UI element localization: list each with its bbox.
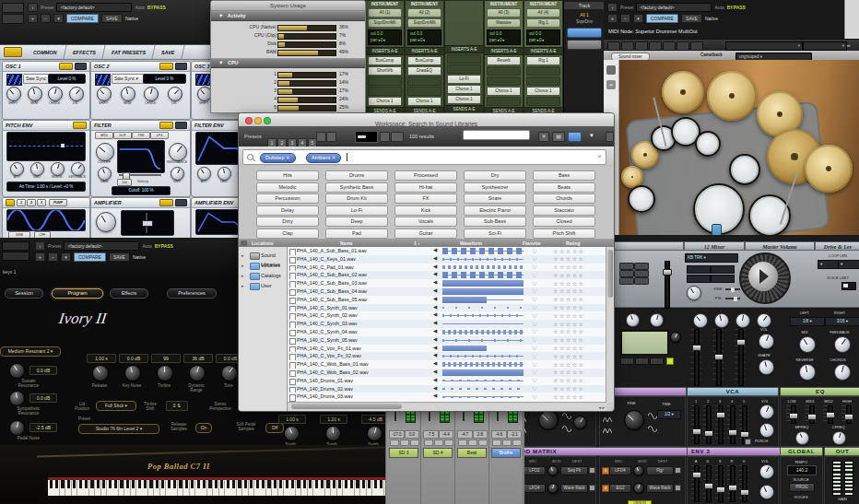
source-button[interactable]: PROG	[789, 483, 815, 492]
category-button[interactable]: Guitar	[394, 229, 457, 239]
preset-dropdown[interactable]: <factory default>	[56, 3, 132, 12]
loop-len-dropdown[interactable]: ▾	[838, 260, 859, 269]
insert-slot[interactable]: Lo-Fi	[447, 75, 481, 84]
waveform-preview[interactable]	[442, 248, 524, 254]
track-name-button[interactable]: Brothe	[491, 448, 521, 458]
ivory-synth-knob[interactable]	[284, 426, 300, 441]
insert-slot[interactable]: Chorus 1	[447, 85, 481, 94]
insert-slot[interactable]: Chorus 1	[526, 87, 560, 96]
rating-stars[interactable]: ☆☆☆☆☆	[553, 312, 584, 319]
rack-row-knob[interactable]	[757, 313, 771, 328]
aux-chip[interactable]	[159, 199, 173, 206]
drum-icon[interactable]	[695, 131, 721, 157]
next-preset-button[interactable]: −	[620, 14, 630, 23]
rating-stars[interactable]: ☆☆☆☆☆	[553, 321, 584, 327]
file-row[interactable]: PHA_140_C_Wob_Bass_01.wav ◀ ♡ ☆☆☆☆☆	[288, 360, 606, 369]
soft-pedal-toggle[interactable]: Off	[265, 423, 284, 433]
prev-preset-button[interactable]: +	[607, 14, 618, 23]
favorite-icon[interactable]: ♡	[532, 328, 536, 334]
lfo-chip[interactable]: 1	[17, 199, 26, 206]
favorite-icon[interactable]: ♡	[532, 287, 536, 294]
toolbar-icon-button[interactable]	[316, 132, 326, 142]
save-button[interactable]: SAVE	[101, 14, 123, 23]
rack-value-knob[interactable]	[687, 286, 701, 300]
category-button[interactable]: Drum Kit	[325, 193, 388, 204]
filter-env-knob[interactable]	[197, 167, 211, 181]
track-group-label[interactable]: All 1	[566, 12, 603, 18]
category-button[interactable]: Pad	[325, 229, 388, 239]
file-row[interactable]: PHA_140_C_Sub_Bass_02.wav ◀ ♡ ☆☆☆☆☆	[288, 271, 606, 279]
synth-tab-fat-presets[interactable]: FAT PRESETS	[102, 45, 155, 59]
drummer-toolbar-button[interactable]	[663, 41, 676, 51]
insert-slot-empty[interactable]	[368, 87, 402, 96]
category-button[interactable]: Drums	[325, 170, 388, 181]
aux-chip[interactable]	[159, 63, 173, 70]
search-input[interactable]	[463, 130, 530, 140]
preset-menu-button[interactable]: ▾	[633, 14, 643, 23]
mute-button[interactable]	[512, 440, 522, 446]
scrollbar-thumb[interactable]	[291, 404, 402, 409]
drummer-toolbar-button[interactable]	[635, 41, 648, 51]
insert-slot[interactable]: ShortVrb	[368, 66, 402, 76]
favorite-icon[interactable]: ♡	[532, 353, 536, 359]
category-button[interactable]: Dry	[464, 170, 526, 181]
solo-button[interactable]	[468, 440, 477, 446]
browser-mode-toggle[interactable]	[568, 132, 582, 142]
rack-mode-button[interactable]	[687, 265, 711, 274]
favorite-icon[interactable]: ♡	[532, 345, 536, 351]
col-waveform[interactable]: Waveform	[460, 240, 482, 246]
rating-stars[interactable]: ☆☆☆☆☆	[553, 385, 584, 392]
prev-preset-button[interactable]: +	[28, 14, 38, 23]
insert-slot-empty[interactable]	[487, 66, 521, 76]
preset-menu-button[interactable]: ▾	[53, 14, 64, 23]
favorite-icon[interactable]: ♡	[532, 393, 536, 400]
speaker-icon[interactable]: ◀	[433, 271, 437, 276]
compare-button[interactable]: COMPARE	[646, 14, 678, 23]
category-button[interactable]: Hi-hat	[394, 182, 457, 193]
category-button[interactable]: Synthetic Bass	[325, 182, 388, 193]
filter-mode-chip[interactable]: LP4	[150, 132, 169, 139]
groove-dropdown[interactable]: ▾	[725, 41, 803, 51]
category-button[interactable]: Delay	[256, 205, 319, 216]
file-row[interactable]: PHA_140_C_Synth_04.wav ◀ ♡ ☆☆☆☆☆	[288, 328, 606, 336]
file-row[interactable]: PHA_140_C_Sub_Bass_04.wav ◀ ♡ ☆☆☆☆☆	[288, 287, 606, 296]
file-row[interactable]: PHA_140_C_Synth_05.wav ◀ ♡ ☆☆☆☆☆	[288, 336, 606, 345]
strip-instrument-button[interactable]: SuprDrmMlt	[407, 18, 441, 28]
toolbar-icon-button[interactable]	[391, 132, 404, 142]
mod-src-button[interactable]: EG2	[609, 484, 631, 493]
compare-button[interactable]: COMPARE	[66, 14, 99, 23]
cymbal-icon[interactable]	[707, 71, 757, 121]
kb-track-dropdown[interactable]: KB TRK ▾	[685, 253, 738, 263]
mod-enable-checkbox[interactable]	[589, 467, 595, 474]
insert-slot-empty[interactable]	[407, 87, 441, 96]
speaker-icon[interactable]: ◀	[433, 393, 437, 398]
insert-slot[interactable]: Rig 1	[526, 56, 560, 65]
insert-slot-empty[interactable]	[526, 76, 560, 86]
category-button[interactable]: Snare	[464, 193, 526, 204]
lfo-rate-knob[interactable]	[538, 410, 559, 430]
category-button[interactable]: Processed	[394, 170, 457, 181]
favorite-icon[interactable]: ♡	[532, 304, 536, 311]
ivory-synth-knob[interactable]	[325, 426, 341, 441]
aux-chip[interactable]	[73, 122, 87, 129]
speaker-icon[interactable]: ◀	[433, 328, 437, 334]
lfo-time-dropdown[interactable]: 1/2 ▾	[657, 410, 681, 419]
lfo-chip[interactable]: 2	[27, 199, 36, 206]
speaker-icon[interactable]: ◀	[433, 287, 437, 293]
waveform-preview[interactable]	[442, 329, 524, 335]
env3-vol-knob[interactable]	[759, 464, 774, 479]
col-locations[interactable]: Locations	[252, 240, 274, 246]
file-row[interactable]: PHA_140_C_Keys_01.wav ◀ ♡ ☆☆☆☆☆	[288, 255, 606, 264]
drum-icon[interactable]	[729, 154, 760, 185]
col-favorite[interactable]: Favorite	[523, 240, 540, 246]
sidebar-item-user[interactable]: ▸ User	[239, 281, 287, 290]
insert-slot[interactable]: Chorus 1	[487, 87, 521, 96]
voice-limit-toggle[interactable]	[841, 282, 856, 290]
waveform-select-icon[interactable]	[95, 74, 111, 86]
automation-button[interactable]	[424, 440, 433, 446]
vca-fader[interactable]	[694, 405, 700, 444]
speaker-icon[interactable]: ◀	[433, 255, 437, 261]
pitch-env-display[interactable]	[6, 132, 86, 161]
speaker-icon[interactable]: ◀	[433, 264, 437, 269]
vca-fader[interactable]	[706, 405, 712, 444]
